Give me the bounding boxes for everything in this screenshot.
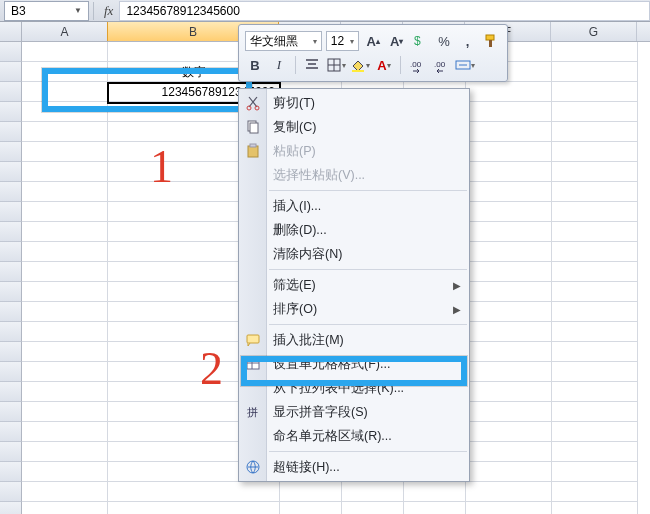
row-header[interactable] [0, 302, 22, 322]
row-header[interactable] [0, 122, 22, 142]
cell[interactable] [466, 302, 552, 322]
cell[interactable] [22, 142, 108, 162]
row-header[interactable] [0, 342, 22, 362]
row-header[interactable] [0, 362, 22, 382]
cell[interactable] [22, 182, 108, 202]
menu-hyperlink[interactable]: 超链接(H)... [239, 455, 469, 479]
cell[interactable] [22, 362, 108, 382]
cell[interactable] [466, 182, 552, 202]
row-header[interactable] [0, 402, 22, 422]
cell[interactable] [280, 502, 342, 514]
cell[interactable] [108, 502, 280, 514]
chevron-down-icon[interactable]: ▾ [350, 37, 354, 46]
cell[interactable] [466, 102, 552, 122]
menu-paste-special[interactable]: 选择性粘贴(V)... [239, 163, 469, 187]
menu-insert-comment[interactable]: 插入批注(M) [239, 328, 469, 352]
shrink-font-icon[interactable]: A▾ [387, 31, 407, 51]
row-header[interactable] [0, 82, 22, 102]
menu-show-pinyin[interactable]: 拼 显示拼音字段(S) [239, 400, 469, 424]
row-header[interactable] [0, 282, 22, 302]
cell[interactable] [404, 502, 466, 514]
menu-filter[interactable]: 筛选(E) ▶ [239, 273, 469, 297]
font-size-select[interactable]: 12 ▾ [326, 31, 360, 51]
borders-icon[interactable]: ▾ [326, 55, 346, 75]
cell[interactable] [22, 222, 108, 242]
grow-font-icon[interactable]: A▴ [363, 31, 383, 51]
cell[interactable] [552, 62, 638, 82]
row-header[interactable] [0, 182, 22, 202]
cell[interactable] [22, 42, 108, 62]
cell[interactable] [22, 402, 108, 422]
formula-input[interactable]: 12345678912345600 [119, 1, 650, 21]
font-name-select[interactable]: 华文细黑 ▾ [245, 31, 322, 51]
cell[interactable] [552, 102, 638, 122]
row-header[interactable] [0, 482, 22, 502]
cell[interactable] [552, 162, 638, 182]
menu-insert[interactable]: 插入(I)... [239, 194, 469, 218]
cell[interactable] [22, 422, 108, 442]
cell[interactable] [552, 42, 638, 62]
cell[interactable] [22, 502, 108, 514]
menu-delete[interactable]: 删除(D)... [239, 218, 469, 242]
accounting-format-icon[interactable]: $ [411, 31, 431, 51]
cell[interactable] [22, 122, 108, 142]
cell[interactable] [552, 182, 638, 202]
cell[interactable] [22, 342, 108, 362]
row-header[interactable] [0, 202, 22, 222]
menu-sort[interactable]: 排序(O) ▶ [239, 297, 469, 321]
menu-name-range[interactable]: 命名单元格区域(R)... [239, 424, 469, 448]
cell[interactable] [22, 202, 108, 222]
menu-clear-contents[interactable]: 清除内容(N) [239, 242, 469, 266]
cell[interactable] [552, 82, 638, 102]
row-header[interactable] [0, 502, 22, 514]
cell[interactable] [22, 282, 108, 302]
cell[interactable] [342, 482, 404, 502]
row-header[interactable] [0, 62, 22, 82]
cell[interactable] [552, 282, 638, 302]
row-header[interactable] [0, 102, 22, 122]
cell[interactable] [552, 122, 638, 142]
cell[interactable] [22, 442, 108, 462]
cell[interactable] [552, 362, 638, 382]
cell[interactable] [552, 382, 638, 402]
cell[interactable] [466, 222, 552, 242]
col-header-g[interactable]: G [551, 22, 637, 41]
cell[interactable] [22, 162, 108, 182]
cell[interactable] [466, 442, 552, 462]
cell[interactable] [22, 262, 108, 282]
row-header[interactable] [0, 162, 22, 182]
format-painter-icon[interactable] [481, 31, 501, 51]
cell[interactable] [22, 322, 108, 342]
cell[interactable] [552, 302, 638, 322]
row-header[interactable] [0, 442, 22, 462]
cell[interactable] [552, 502, 638, 514]
fx-icon[interactable]: fx [98, 3, 119, 19]
italic-icon[interactable]: I [269, 55, 289, 75]
cell[interactable] [22, 482, 108, 502]
cell[interactable] [466, 142, 552, 162]
cell[interactable] [552, 322, 638, 342]
cell[interactable] [22, 462, 108, 482]
font-color-icon[interactable]: A▾ [374, 55, 394, 75]
row-header[interactable] [0, 262, 22, 282]
row-header[interactable] [0, 222, 22, 242]
merge-center-icon[interactable]: ▾ [455, 55, 475, 75]
chevron-down-icon[interactable]: ▼ [74, 6, 82, 15]
chevron-down-icon[interactable]: ▾ [313, 37, 317, 46]
cell[interactable] [552, 402, 638, 422]
cell[interactable] [22, 382, 108, 402]
increase-decimal-icon[interactable]: .00 [431, 55, 451, 75]
cell[interactable] [552, 202, 638, 222]
menu-paste[interactable]: 粘贴(P) [239, 139, 469, 163]
percent-format-icon[interactable]: % [434, 31, 454, 51]
cell[interactable] [466, 262, 552, 282]
comma-format-icon[interactable]: , [458, 31, 478, 51]
cell[interactable] [552, 262, 638, 282]
cell[interactable] [552, 222, 638, 242]
cell[interactable] [108, 482, 280, 502]
cell[interactable] [552, 482, 638, 502]
row-header[interactable] [0, 142, 22, 162]
cell[interactable] [466, 282, 552, 302]
menu-cut[interactable]: 剪切(T) [239, 91, 469, 115]
cell[interactable] [552, 442, 638, 462]
